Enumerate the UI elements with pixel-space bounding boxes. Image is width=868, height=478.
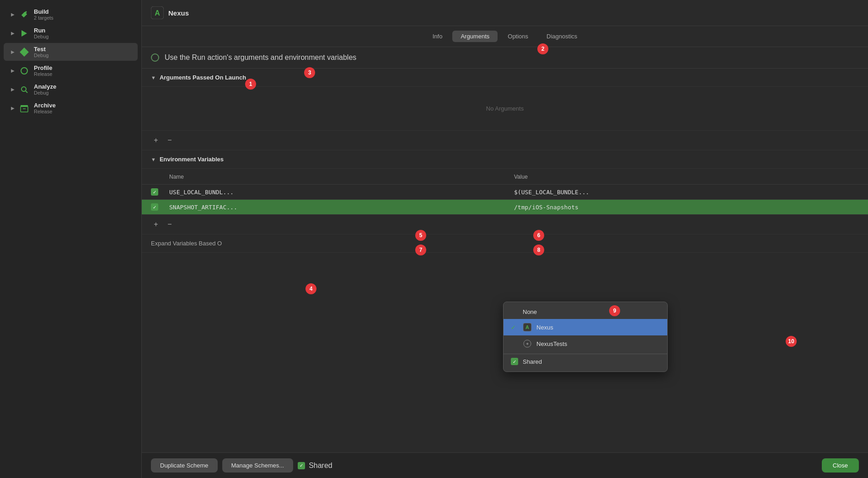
env-var-name-1: USE_LOCAL_BUNDL... <box>169 189 514 196</box>
dropdown-item-none[interactable]: None <box>504 305 667 319</box>
dropdown-item-none-label: None <box>523 308 537 315</box>
sidebar: ▶ Build 2 targets ▶ Run Debug ▶ Test <box>0 0 142 478</box>
env-vars-add-button[interactable]: + <box>151 219 161 229</box>
sidebar-item-test-title: Test <box>34 46 48 53</box>
badge-7: 7 <box>415 244 426 255</box>
sidebar-item-profile[interactable]: ▶ Profile Release <box>4 62 138 80</box>
magnify-icon <box>19 85 29 95</box>
sidebar-item-test[interactable]: ▶ Test Debug <box>4 43 138 61</box>
tab-info[interactable]: Info <box>424 31 451 42</box>
use-run-checkbox[interactable] <box>151 53 159 62</box>
sidebar-item-build-title: Build <box>34 8 54 15</box>
env-var-row-2[interactable]: ✓ SNAPSHOT_ARTIFAC... /tmp/iOS-Snapshots <box>142 200 868 215</box>
bottom-bar: Duplicate Scheme Manage Schemes... ✓ Sha… <box>142 452 868 478</box>
sidebar-item-analyze[interactable]: ▶ Analyze Debug <box>4 80 138 98</box>
sidebar-item-run-title: Run <box>34 27 48 34</box>
dropdown-item-nexustests[interactable]: ✦ NexusTests <box>504 335 667 352</box>
play-icon <box>19 28 29 38</box>
expand-arrow-profile: ▶ <box>9 67 16 74</box>
env-var-check-1[interactable]: ✓ <box>151 188 158 196</box>
sidebar-item-profile-title: Profile <box>34 64 52 71</box>
scheme-title: Nexus <box>168 9 189 17</box>
svg-rect-4 <box>21 105 28 107</box>
dropdown-item-nexus[interactable]: ✓ A Nexus <box>504 319 667 335</box>
dropdown-shared-label: Shared <box>523 358 542 365</box>
badge-5: 5 <box>415 230 426 241</box>
env-vars-section-header[interactable]: ▼ Environment Variables <box>142 150 868 169</box>
svg-rect-3 <box>21 106 28 112</box>
env-col-value-label: Value <box>514 174 528 180</box>
expand-arrow-run: ▶ <box>9 30 16 37</box>
expand-arrow-build: ▶ <box>9 11 16 18</box>
badge-6: 6 <box>533 230 544 241</box>
arguments-section-title: Arguments Passed On Launch <box>160 74 246 81</box>
svg-text:A: A <box>155 9 160 17</box>
sidebar-item-test-subtitle: Debug <box>34 53 48 58</box>
main-header: A Nexus <box>142 0 868 26</box>
svg-point-1 <box>21 87 26 91</box>
env-vars-remove-button[interactable]: − <box>165 219 175 229</box>
badge-2: 2 <box>537 43 548 54</box>
sidebar-item-archive-title: Archive <box>34 102 56 109</box>
svg-text:✦: ✦ <box>525 341 529 346</box>
expand-arrow-analyze: ▶ <box>9 86 16 93</box>
tab-arguments[interactable]: Arguments <box>452 31 498 42</box>
sidebar-item-run-subtitle: Debug <box>34 34 48 39</box>
diamond-icon <box>19 47 29 57</box>
dropdown-item-nexus-label: Nexus <box>536 324 553 331</box>
expand-arrow-test: ▶ <box>9 48 16 56</box>
env-vars-add-remove-row: + − <box>142 215 868 234</box>
nexus-app-icon: A <box>523 323 532 332</box>
badge-10: 10 <box>786 336 797 347</box>
env-var-check-2[interactable]: ✓ <box>151 203 158 211</box>
shared-checkbox[interactable]: ✓ <box>298 462 305 469</box>
arguments-remove-button[interactable]: − <box>165 135 175 145</box>
no-arguments-placeholder: No Arguments <box>142 87 868 131</box>
tabs-bar: Info Arguments Options Diagnostics <box>142 26 868 47</box>
env-var-value-2: /tmp/iOS-Snapshots <box>514 204 859 211</box>
archive-icon <box>19 103 29 113</box>
arguments-chevron: ▼ <box>151 75 156 80</box>
tab-diagnostics[interactable]: Diagnostics <box>538 31 585 42</box>
badge-1: 1 <box>245 79 256 90</box>
use-run-row[interactable]: Use the Run action's arguments and envir… <box>142 47 868 69</box>
badge-4: 4 <box>305 283 316 294</box>
main-panel: A Nexus Info Arguments Options Diagnosti… <box>142 0 868 478</box>
app-icon: A <box>151 6 164 19</box>
env-var-row-1[interactable]: ✓ USE_LOCAL_BUNDL... $(USE_LOCAL_BUNDLE.… <box>142 185 868 200</box>
close-button[interactable]: Close <box>822 458 859 473</box>
badge-3: 3 <box>304 67 315 78</box>
env-var-value-1: $(USE_LOCAL_BUNDLE... <box>514 189 859 196</box>
badge-8: 8 <box>533 244 544 255</box>
svg-text:A: A <box>525 324 529 330</box>
expand-variables-row: Expand Variables Based O <box>142 234 868 253</box>
hammer-icon <box>19 10 29 20</box>
sidebar-item-build[interactable]: ▶ Build 2 targets <box>4 5 138 23</box>
dropdown-item-nexustests-label: NexusTests <box>536 340 567 347</box>
sidebar-item-run[interactable]: ▶ Run Debug <box>4 24 138 42</box>
expand-variables-label: Expand Variables Based O <box>151 240 222 247</box>
sidebar-item-profile-subtitle: Release <box>34 71 52 77</box>
sidebar-item-archive-subtitle: Release <box>34 109 56 114</box>
sidebar-item-analyze-subtitle: Debug <box>34 90 56 96</box>
duplicate-scheme-button[interactable]: Duplicate Scheme <box>151 458 218 473</box>
svg-line-2 <box>26 91 27 93</box>
use-run-label: Use the Run action's arguments and envir… <box>165 53 356 62</box>
sidebar-item-build-subtitle: 2 targets <box>34 15 54 21</box>
env-col-name-label: Name <box>169 174 184 180</box>
env-vars-chevron: ▼ <box>151 157 156 162</box>
dropdown-shared-check[interactable]: ✓ <box>511 358 518 365</box>
dropdown-check-nexus: ✓ <box>511 324 518 331</box>
arguments-add-button[interactable]: + <box>151 135 161 145</box>
env-vars-table-header: Name Value <box>142 169 868 185</box>
nexustests-icon: ✦ <box>523 339 532 348</box>
expand-variables-dropdown: None ✓ A Nexus ✦ NexusTests ✓ <box>503 302 668 372</box>
gauge-icon <box>19 66 29 76</box>
arguments-add-remove-row: + − <box>142 131 868 150</box>
expand-arrow-archive: ▶ <box>9 105 16 112</box>
sidebar-item-archive[interactable]: ▶ Archive Release <box>4 99 138 117</box>
tab-options[interactable]: Options <box>499 31 536 42</box>
badge-9: 9 <box>609 305 620 316</box>
manage-schemes-button[interactable]: Manage Schemes... <box>222 458 294 473</box>
sidebar-item-analyze-title: Analyze <box>34 83 56 90</box>
